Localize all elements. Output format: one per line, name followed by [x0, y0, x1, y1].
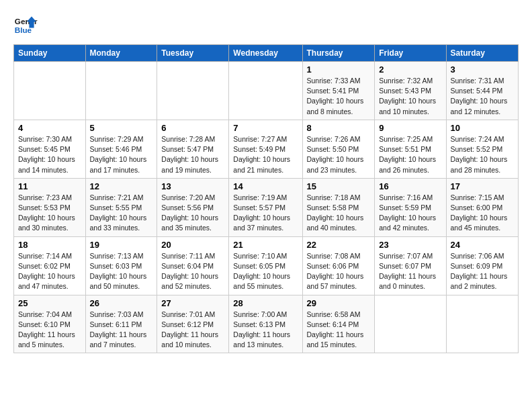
- calendar-cell: 22Sunrise: 7:08 AM Sunset: 6:06 PM Dayli…: [302, 236, 375, 295]
- day-number: 24: [451, 240, 514, 250]
- calendar-cell: 24Sunrise: 7:06 AM Sunset: 6:09 PM Dayli…: [446, 236, 518, 295]
- calendar-cell: 25Sunrise: 7:04 AM Sunset: 6:10 PM Dayli…: [14, 295, 86, 353]
- day-detail: Sunrise: 7:06 AM Sunset: 6:09 PM Dayligh…: [451, 251, 514, 292]
- day-detail: Sunrise: 7:03 AM Sunset: 6:11 PM Dayligh…: [90, 310, 153, 351]
- logo-icon: General Blue: [13, 13, 38, 38]
- calendar-cell: 14Sunrise: 7:19 AM Sunset: 5:57 PM Dayli…: [229, 178, 302, 236]
- calendar-cell: 2Sunrise: 7:32 AM Sunset: 5:43 PM Daylig…: [375, 62, 446, 120]
- day-detail: Sunrise: 7:28 AM Sunset: 5:47 PM Dayligh…: [161, 134, 224, 175]
- day-detail: Sunrise: 7:07 AM Sunset: 6:07 PM Dayligh…: [379, 251, 441, 292]
- day-detail: Sunrise: 7:16 AM Sunset: 5:59 PM Dayligh…: [379, 193, 441, 234]
- day-number: 12: [90, 181, 153, 191]
- calendar-cell: [229, 62, 302, 120]
- day-number: 17: [451, 181, 514, 191]
- day-detail: Sunrise: 7:00 AM Sunset: 6:13 PM Dayligh…: [233, 310, 298, 351]
- day-detail: Sunrise: 7:20 AM Sunset: 5:56 PM Dayligh…: [161, 193, 224, 234]
- calendar-cell: 1Sunrise: 7:33 AM Sunset: 5:41 PM Daylig…: [302, 62, 375, 120]
- calendar-cell: 15Sunrise: 7:18 AM Sunset: 5:58 PM Dayli…: [302, 178, 375, 236]
- day-detail: Sunrise: 7:04 AM Sunset: 6:10 PM Dayligh…: [18, 310, 81, 351]
- calendar-cell: 19Sunrise: 7:13 AM Sunset: 6:03 PM Dayli…: [85, 236, 157, 295]
- calendar-cell: 7Sunrise: 7:27 AM Sunset: 5:49 PM Daylig…: [229, 120, 302, 178]
- day-number: 28: [233, 298, 298, 308]
- day-detail: Sunrise: 6:58 AM Sunset: 6:14 PM Dayligh…: [307, 310, 371, 351]
- day-detail: Sunrise: 7:32 AM Sunset: 5:43 PM Dayligh…: [379, 76, 441, 117]
- day-number: 15: [307, 181, 371, 191]
- day-detail: Sunrise: 7:25 AM Sunset: 5:51 PM Dayligh…: [379, 134, 441, 175]
- logo: General Blue: [13, 13, 38, 38]
- calendar-cell: 4Sunrise: 7:30 AM Sunset: 5:45 PM Daylig…: [14, 120, 86, 178]
- day-number: 21: [233, 240, 298, 250]
- day-detail: Sunrise: 7:27 AM Sunset: 5:49 PM Dayligh…: [233, 134, 298, 175]
- calendar-cell: 3Sunrise: 7:31 AM Sunset: 5:44 PM Daylig…: [446, 62, 518, 120]
- calendar-cell: 23Sunrise: 7:07 AM Sunset: 6:07 PM Dayli…: [375, 236, 446, 295]
- weekday-header-saturday: Saturday: [446, 45, 518, 62]
- day-detail: Sunrise: 7:15 AM Sunset: 6:00 PM Dayligh…: [451, 193, 514, 234]
- calendar-cell: 11Sunrise: 7:23 AM Sunset: 5:53 PM Dayli…: [14, 178, 86, 236]
- day-detail: Sunrise: 7:14 AM Sunset: 6:02 PM Dayligh…: [18, 251, 81, 292]
- calendar-cell: 6Sunrise: 7:28 AM Sunset: 5:47 PM Daylig…: [157, 120, 229, 178]
- day-number: 9: [379, 123, 441, 133]
- calendar-cell: [85, 62, 157, 120]
- day-number: 13: [161, 181, 224, 191]
- weekday-header-sunday: Sunday: [14, 45, 86, 62]
- day-detail: Sunrise: 7:33 AM Sunset: 5:41 PM Dayligh…: [307, 76, 371, 117]
- day-number: 20: [161, 240, 224, 250]
- calendar-cell: 17Sunrise: 7:15 AM Sunset: 6:00 PM Dayli…: [446, 178, 518, 236]
- calendar-cell: 12Sunrise: 7:21 AM Sunset: 5:55 PM Dayli…: [85, 178, 157, 236]
- day-number: 22: [307, 240, 371, 250]
- weekday-header-tuesday: Tuesday: [157, 45, 229, 62]
- calendar-cell: 13Sunrise: 7:20 AM Sunset: 5:56 PM Dayli…: [157, 178, 229, 236]
- page-header: General Blue: [13, 13, 519, 38]
- day-detail: Sunrise: 7:10 AM Sunset: 6:05 PM Dayligh…: [233, 251, 298, 292]
- day-number: 8: [307, 123, 371, 133]
- day-number: 1: [307, 64, 371, 75]
- weekday-header-thursday: Thursday: [302, 45, 375, 62]
- day-detail: Sunrise: 7:29 AM Sunset: 5:46 PM Dayligh…: [90, 134, 153, 175]
- day-detail: Sunrise: 7:23 AM Sunset: 5:53 PM Dayligh…: [18, 193, 81, 234]
- day-number: 23: [379, 240, 441, 250]
- calendar-cell: 16Sunrise: 7:16 AM Sunset: 5:59 PM Dayli…: [375, 178, 446, 236]
- day-number: 10: [451, 123, 514, 133]
- day-number: 29: [307, 298, 371, 308]
- calendar-cell: [14, 62, 86, 120]
- calendar-cell: 28Sunrise: 7:00 AM Sunset: 6:13 PM Dayli…: [229, 295, 302, 353]
- day-detail: Sunrise: 7:13 AM Sunset: 6:03 PM Dayligh…: [90, 251, 153, 292]
- calendar-cell: 27Sunrise: 7:01 AM Sunset: 6:12 PM Dayli…: [157, 295, 229, 353]
- calendar-cell: 20Sunrise: 7:11 AM Sunset: 6:04 PM Dayli…: [157, 236, 229, 295]
- calendar-cell: 9Sunrise: 7:25 AM Sunset: 5:51 PM Daylig…: [375, 120, 446, 178]
- day-detail: Sunrise: 7:24 AM Sunset: 5:52 PM Dayligh…: [451, 134, 514, 175]
- day-number: 2: [379, 64, 441, 75]
- calendar-cell: [375, 295, 446, 353]
- weekday-header-monday: Monday: [85, 45, 157, 62]
- day-number: 26: [90, 298, 153, 308]
- calendar-cell: 8Sunrise: 7:26 AM Sunset: 5:50 PM Daylig…: [302, 120, 375, 178]
- weekday-header-friday: Friday: [375, 45, 446, 62]
- calendar-cell: 10Sunrise: 7:24 AM Sunset: 5:52 PM Dayli…: [446, 120, 518, 178]
- calendar-cell: [157, 62, 229, 120]
- calendar-cell: 21Sunrise: 7:10 AM Sunset: 6:05 PM Dayli…: [229, 236, 302, 295]
- day-number: 7: [233, 123, 298, 133]
- calendar-cell: 5Sunrise: 7:29 AM Sunset: 5:46 PM Daylig…: [85, 120, 157, 178]
- day-number: 27: [161, 298, 224, 308]
- day-number: 14: [233, 181, 298, 191]
- day-detail: Sunrise: 7:30 AM Sunset: 5:45 PM Dayligh…: [18, 134, 81, 175]
- calendar-cell: 18Sunrise: 7:14 AM Sunset: 6:02 PM Dayli…: [14, 236, 86, 295]
- calendar-cell: [446, 295, 518, 353]
- day-detail: Sunrise: 7:31 AM Sunset: 5:44 PM Dayligh…: [451, 76, 514, 117]
- day-number: 19: [90, 240, 153, 250]
- day-detail: Sunrise: 7:18 AM Sunset: 5:58 PM Dayligh…: [307, 193, 371, 234]
- day-detail: Sunrise: 7:11 AM Sunset: 6:04 PM Dayligh…: [161, 251, 224, 292]
- day-number: 25: [18, 298, 81, 308]
- day-number: 5: [90, 123, 153, 133]
- day-number: 16: [379, 181, 441, 191]
- day-detail: Sunrise: 7:26 AM Sunset: 5:50 PM Dayligh…: [307, 134, 371, 175]
- day-detail: Sunrise: 7:19 AM Sunset: 5:57 PM Dayligh…: [233, 193, 298, 234]
- day-number: 18: [18, 240, 81, 250]
- day-number: 11: [18, 181, 81, 191]
- day-detail: Sunrise: 7:08 AM Sunset: 6:06 PM Dayligh…: [307, 251, 371, 292]
- calendar-cell: 26Sunrise: 7:03 AM Sunset: 6:11 PM Dayli…: [85, 295, 157, 353]
- weekday-header-wednesday: Wednesday: [229, 45, 302, 62]
- day-detail: Sunrise: 7:21 AM Sunset: 5:55 PM Dayligh…: [90, 193, 153, 234]
- calendar-table: SundayMondayTuesdayWednesdayThursdayFrid…: [13, 44, 519, 353]
- calendar-cell: 29Sunrise: 6:58 AM Sunset: 6:14 PM Dayli…: [302, 295, 375, 353]
